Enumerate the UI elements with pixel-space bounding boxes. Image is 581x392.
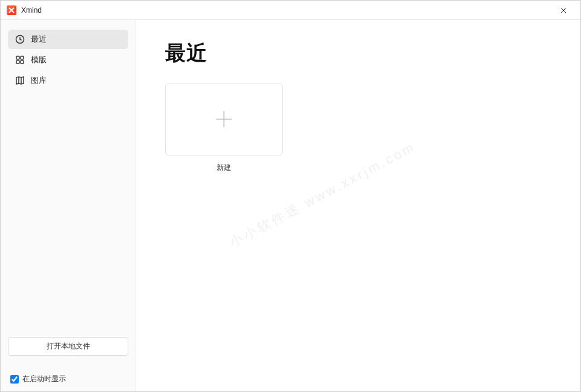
sidebar-item-templates[interactable]: 模版 <box>8 50 128 70</box>
nav-list: 最近 模版 图库 <box>8 30 128 91</box>
startup-checkbox-row[interactable]: 在启动时显示 <box>8 374 128 384</box>
sidebar-item-gallery[interactable]: 图库 <box>8 71 128 90</box>
sidebar-item-label: 最近 <box>31 34 47 45</box>
svg-rect-1 <box>16 56 19 59</box>
plus-icon <box>214 109 234 129</box>
new-card-label: 新建 <box>217 163 231 173</box>
svg-rect-3 <box>16 60 19 64</box>
app-icon <box>7 5 16 15</box>
map-icon <box>15 76 25 85</box>
sidebar-item-recent[interactable]: 最近 <box>8 30 128 49</box>
svg-rect-2 <box>21 56 24 59</box>
sidebar-item-label: 图库 <box>31 75 47 86</box>
sidebar-item-label: 模版 <box>31 54 47 65</box>
titlebar: Xmind <box>1 1 580 20</box>
startup-checkbox-label: 在启动时显示 <box>22 374 66 384</box>
open-local-file-button[interactable]: 打开本地文件 <box>8 337 128 356</box>
main-content: 最近 新建 小小软件迷 www.xxrjm.com <box>136 20 580 391</box>
new-document-card[interactable] <box>165 83 283 155</box>
close-button[interactable] <box>553 2 574 19</box>
clock-icon <box>15 34 25 44</box>
card-grid: 新建 <box>165 83 551 173</box>
svg-rect-4 <box>21 60 24 64</box>
page-title: 最近 <box>165 39 551 67</box>
startup-checkbox[interactable] <box>10 375 19 384</box>
app-title: Xmind <box>21 6 42 15</box>
sidebar: 最近 模版 图库 打开本地文件 在启动时显示 <box>1 20 136 391</box>
grid-icon <box>15 55 25 65</box>
new-card-container: 新建 <box>165 83 283 173</box>
